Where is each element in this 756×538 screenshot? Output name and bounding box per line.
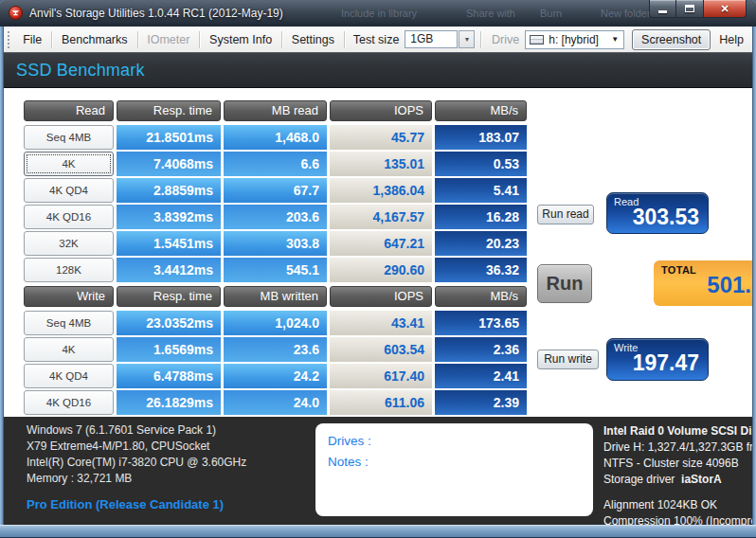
notes-label: Notes : <box>328 452 593 473</box>
menu-separator <box>480 31 481 48</box>
app-icon <box>9 6 23 20</box>
menu-item-iometer: IOmeter <box>138 29 198 50</box>
cell-mbs: 20.23 <box>435 231 527 256</box>
cell-iops: 1,386.04 <box>330 178 432 203</box>
drive-info-capacity: Drive H: 1,327.4/1,327.3GB fre <box>603 439 752 456</box>
drive-info-filesystem: NTFS - Cluster size 4096B <box>603 456 752 472</box>
run-button[interactable]: Run <box>537 264 592 303</box>
menu-item-file[interactable]: File <box>14 29 50 50</box>
cell-resp-time: 1.6569ms <box>117 337 221 362</box>
screenshot-button[interactable]: Screenshot <box>632 29 711 50</box>
cell-iops: 4,167.57 <box>330 205 432 229</box>
write-score-box: Write 197.47 <box>606 338 709 381</box>
menu-separator <box>199 31 200 48</box>
cell-mb: 6.6 <box>224 152 327 176</box>
header-read: Read <box>24 100 114 121</box>
chevron-down-icon: ▼ <box>611 35 619 44</box>
test-label-button[interactable]: 4K <box>24 152 114 176</box>
drive-label: Drive <box>482 33 525 46</box>
write-table-rows: Seq 4MB 23.0352ms 1,024.0 43.41 173.65 4… <box>24 311 527 415</box>
menu-item-system-info[interactable]: System Info <box>201 29 280 50</box>
test-label-button[interactable]: 4K QD4 <box>24 364 114 388</box>
close-button[interactable]: ✕ <box>703 0 747 18</box>
drive-info: Intel Raid 0 Volume SCSI Di Drive H: 1,3… <box>603 423 752 525</box>
cell-resp-time: 23.0352ms <box>117 311 221 335</box>
app-window: Anvil's Storage Utilities 1.0.44 RC1 (20… <box>0 0 756 538</box>
drives-label: Drives : <box>328 431 593 452</box>
drive-info-title: Intel Raid 0 Volume SCSI Di <box>603 423 752 439</box>
table-row: 4K QD4 6.4788ms 24.2 617.40 2.41 <box>24 364 527 388</box>
cell-resp-time: 21.8501ms <box>117 125 221 150</box>
cell-mb: 67.7 <box>224 178 327 203</box>
close-icon: ✕ <box>720 3 729 15</box>
menu-item-settings[interactable]: Settings <box>283 29 343 50</box>
drive-info-driver: Storage driver iaStorA <box>603 472 752 488</box>
test-label-button[interactable]: 128K <box>24 258 114 282</box>
cell-mb: 1,024.0 <box>224 311 327 335</box>
notes-box[interactable]: Drives : Notes : <box>315 423 593 516</box>
table-row: Seq 4MB 23.0352ms 1,024.0 43.41 173.65 <box>24 311 527 335</box>
cell-resp-time: 2.8859ms <box>117 178 221 203</box>
read-table-rows: Seq 4MB 21.8501ms 1,468.0 45.77 183.07 4… <box>24 125 527 282</box>
page-title: SSD Benchmark <box>16 61 145 81</box>
page-header: SSD Benchmark <box>4 53 752 88</box>
ghost-text: New folder <box>601 8 651 19</box>
drive-value: h: [hybrid] <box>549 33 611 46</box>
header-resp-time: Resp. time <box>117 100 221 121</box>
cell-iops: 135.01 <box>330 152 432 176</box>
edition-label: Pro Edition (Release Candidate 1) <box>27 496 246 512</box>
table-row: 32K 1.5451ms 303.8 647.21 20.23 <box>24 231 527 256</box>
header-mbs: MB/s <box>435 100 527 121</box>
write-table-header: Write Resp. time MB written IOPS MB/s <box>24 286 527 307</box>
test-size-dropdown-button[interactable]: ▼ <box>459 30 475 48</box>
table-row: 4K QD4 2.8859ms 67.7 1,386.04 5.41 <box>24 178 527 203</box>
test-label-button[interactable]: 4K QD16 <box>24 390 114 415</box>
drive-select[interactable]: h: [hybrid] ▼ <box>525 30 624 49</box>
run-write-button[interactable]: Run write <box>537 350 599 369</box>
cell-mbs: 173.65 <box>435 311 527 335</box>
cell-mbs: 5.41 <box>435 178 527 203</box>
maximize-button[interactable] <box>676 0 703 18</box>
total-score-box: TOTAL 501. <box>654 260 756 306</box>
run-read-button[interactable]: Run read <box>537 205 594 224</box>
test-label-button[interactable]: 4K QD16 <box>24 205 114 229</box>
spacer <box>603 488 752 497</box>
test-label-button[interactable]: Seq 4MB <box>24 311 114 335</box>
test-label-button[interactable]: 32K <box>24 231 114 256</box>
header-iops: IOPS <box>330 100 432 121</box>
window-frame-right <box>752 27 756 538</box>
test-label-button[interactable]: 4K QD4 <box>24 178 114 203</box>
cell-iops: 617.40 <box>330 364 432 388</box>
table-row: Seq 4MB 21.8501ms 1,468.0 45.77 183.07 <box>24 125 527 150</box>
system-info-line: Intel(R) Core(TM) i7-3820 CPU @ 3.60GHz <box>27 455 246 471</box>
test-label-button[interactable]: 4K <box>24 337 114 362</box>
test-size-field[interactable]: 1GB <box>405 30 458 48</box>
anvil-icon <box>11 9 20 17</box>
read-score-box: Read 303.53 <box>606 192 709 234</box>
read-score-value: 303.53 <box>607 205 708 230</box>
read-table-header: Read Resp. time MB read IOPS MB/s <box>24 100 527 121</box>
system-info-line: Windows 7 (6.1.7601 Service Pack 1) <box>27 422 246 439</box>
menu-item-benchmarks[interactable]: Benchmarks <box>53 29 135 50</box>
cell-iops: 603.54 <box>330 337 432 362</box>
drive-info-compression: Compression 100% (Incompressi <box>603 513 752 525</box>
system-info: Windows 7 (6.1.7601 Service Pack 1) X79 … <box>27 422 246 512</box>
menu-item-help[interactable]: Help <box>711 29 752 50</box>
chevron-down-icon: ▼ <box>463 36 470 43</box>
cell-resp-time: 6.4788ms <box>117 364 221 388</box>
minimize-button[interactable] <box>649 0 676 18</box>
cell-mbs: 183.07 <box>435 125 527 150</box>
titlebar[interactable]: Anvil's Storage Utilities 1.0.44 RC1 (20… <box>0 0 756 27</box>
table-row: 4K QD16 3.8392ms 203.6 4,167.57 16.28 <box>24 205 527 229</box>
drive-icon <box>530 35 544 45</box>
test-label-button[interactable]: Seq 4MB <box>24 125 114 150</box>
cell-mb: 545.1 <box>224 258 327 282</box>
storage-driver-value: iaStorA <box>681 473 722 486</box>
drive-info-alignment: Alignment 1024KB OK <box>603 497 752 513</box>
window-frame-bottom <box>0 525 756 538</box>
cell-iops: 611.06 <box>330 390 432 415</box>
header-mb-read: MB read <box>224 100 327 121</box>
cell-mb: 24.2 <box>224 364 327 388</box>
ghost-text: Share with <box>466 8 515 19</box>
cell-iops: 43.41 <box>330 311 432 335</box>
